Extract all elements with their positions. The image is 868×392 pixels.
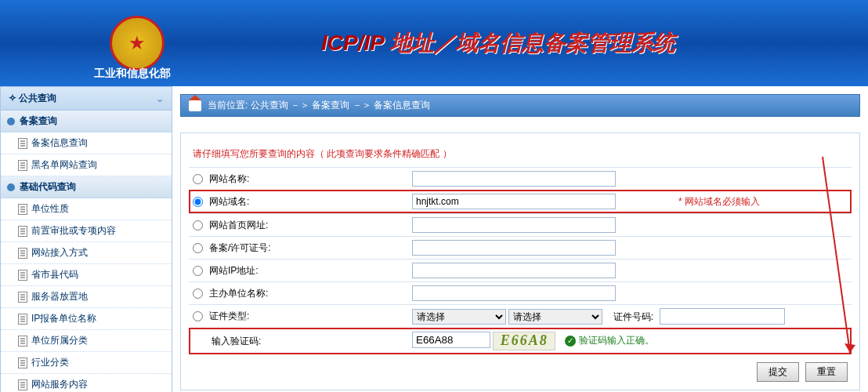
row-label: 网站名称: — [209, 172, 249, 186]
row-label: 网站首页网址: — [209, 219, 268, 232]
input-1[interactable] — [412, 194, 616, 209]
row-label: 网站IP地址: — [209, 264, 259, 278]
input-5[interactable] — [412, 285, 616, 301]
form-row-1: 网站域名:* 网站域名必须输入 — [189, 190, 852, 213]
document-icon — [18, 314, 27, 325]
submit-button[interactable]: 提交 — [757, 362, 799, 382]
query-form: 请仔细填写您所要查询的内容（ 此项查询要求条件精确匹配 ） 网站名称:网站域名:… — [180, 132, 860, 390]
captcha-image[interactable]: E66A8 — [493, 332, 555, 350]
label-captcha: 输入验证码: — [212, 335, 261, 348]
form-title: 请仔细填写您所要查询的内容（ 此项查询要求条件精确匹配 ） — [189, 141, 852, 167]
document-icon — [18, 226, 27, 237]
system-title: ICP/IP 地址／域名信息备案管理系统 — [321, 28, 675, 58]
hint: * 网站域名必须输入 — [678, 195, 760, 209]
radio-cert-type[interactable] — [193, 311, 203, 321]
input-2[interactable] — [412, 217, 616, 233]
nav-item[interactable]: 备案信息查询 — [1, 132, 172, 154]
radio-4[interactable] — [193, 266, 203, 276]
row-label: 备案/许可证号: — [209, 241, 271, 255]
form-row-3: 备案/许可证号: — [189, 236, 852, 259]
breadcrumb: 当前位置: 公共查询 －＞ 备案查询 －＞ 备案信息查询 — [180, 94, 860, 117]
nav-item[interactable]: 省市县代码 — [1, 264, 172, 286]
label-cert-type: 证件类型: — [209, 310, 249, 323]
captcha-ok-msg: 验证码输入正确。 — [565, 334, 654, 347]
document-icon — [18, 160, 27, 171]
nav-item[interactable]: 服务器放置地 — [1, 286, 172, 308]
radio-2[interactable] — [193, 220, 203, 230]
document-icon — [18, 270, 27, 281]
title-icp: ICP/IP — [321, 31, 384, 55]
nav-item[interactable]: 行业分类 — [1, 352, 172, 374]
input-3[interactable] — [412, 240, 616, 256]
select-cert-type-1[interactable]: 请选择 — [412, 309, 506, 325]
form-actions: 提交 重置 — [189, 354, 852, 382]
radio-3[interactable] — [193, 243, 203, 253]
nav-item[interactable]: 前置审批或专项内容 — [1, 220, 172, 242]
radio-0[interactable] — [193, 174, 203, 184]
radio-5[interactable] — [193, 289, 203, 299]
nav-item[interactable]: 单位性质 — [1, 198, 172, 220]
sidebar-header[interactable]: ✧ 公共查询 ⌄ — [1, 87, 172, 111]
row-cert-type: 证件类型: 请选择 请选择 证件号码: — [189, 304, 852, 328]
reset-button[interactable]: 重置 — [805, 362, 848, 382]
nav-group[interactable]: 备案查询 — [1, 111, 172, 132]
row-captcha: 输入验证码: E66A8 验证码输入正确。 — [189, 328, 852, 354]
document-icon — [18, 379, 27, 390]
row-label: 主办单位名称: — [209, 287, 268, 300]
form-row-0: 网站名称: — [189, 167, 852, 190]
input-cert-no[interactable] — [660, 308, 785, 325]
title-rest: 地址／域名信息备案管理系统 — [384, 31, 675, 55]
document-icon — [18, 358, 27, 368]
input-captcha[interactable] — [412, 332, 490, 348]
nav-item[interactable]: 网站接入方式 — [1, 242, 172, 264]
nav-item[interactable]: 网站服务内容 — [1, 374, 172, 392]
radio-1[interactable] — [193, 197, 203, 207]
input-0[interactable] — [412, 171, 616, 187]
document-icon — [18, 138, 27, 149]
national-emblem-icon — [110, 16, 165, 71]
form-row-2: 网站首页网址: — [189, 213, 852, 236]
document-icon — [18, 204, 27, 215]
form-row-4: 网站IP地址: — [189, 259, 852, 281]
ministry-label: 工业和信息化部 — [94, 67, 171, 81]
form-row-5: 主办单位名称: — [189, 281, 852, 304]
document-icon — [18, 292, 27, 303]
sidebar: ✧ 公共查询 ⌄ 备案查询备案信息查询黑名单网站查询基础代码查询单位性质前置审批… — [0, 86, 172, 392]
select-cert-type-2[interactable]: 请选择 — [508, 309, 602, 325]
nav-group[interactable]: 基础代码查询 — [1, 176, 172, 198]
home-icon — [189, 100, 201, 111]
document-icon — [18, 336, 27, 347]
app-header: 工业和信息化部 ICP/IP 地址／域名信息备案管理系统 — [0, 0, 868, 86]
input-4[interactable] — [412, 263, 616, 278]
content-area: 当前位置: 公共查询 －＞ 备案查询 －＞ 备案信息查询 请仔细填写您所要查询的… — [172, 86, 868, 392]
nav-item[interactable]: 黑名单网站查询 — [1, 154, 172, 176]
document-icon — [18, 248, 27, 259]
nav-item[interactable]: IP报备单位名称 — [1, 308, 172, 330]
nav-item[interactable]: 单位所属分类 — [1, 330, 172, 352]
chevron-down-icon: ⌄ — [156, 93, 164, 104]
label-cert-no: 证件号码: — [613, 311, 653, 322]
row-label: 网站域名: — [209, 195, 249, 209]
